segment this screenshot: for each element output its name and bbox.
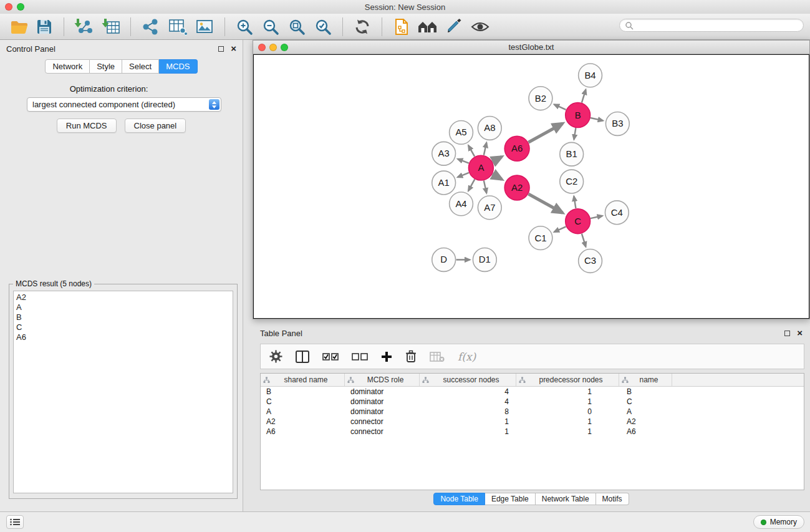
close-window-icon[interactable] <box>5 3 12 11</box>
column-header-shared-name[interactable]: shared name <box>261 374 345 386</box>
graph-node-C[interactable]: C <box>566 209 591 234</box>
tab-motifs[interactable]: Motifs <box>596 493 629 505</box>
import-network-button[interactable] <box>73 16 94 37</box>
open-session-button[interactable] <box>9 16 30 37</box>
mcds-result-item[interactable]: A <box>16 302 233 312</box>
graph-node-A4[interactable]: A4 <box>450 192 473 216</box>
minimize-window-icon[interactable] <box>269 44 277 51</box>
network-table-button[interactable] <box>167 16 188 37</box>
criterion-select[interactable]: largest connected component (directed) <box>27 97 221 112</box>
graph-node-A5[interactable]: A5 <box>450 121 473 145</box>
export-image-button[interactable] <box>195 16 216 37</box>
clipboard-document-button[interactable] <box>391 16 412 37</box>
mcds-result-item[interactable]: A6 <box>16 332 233 342</box>
graph-edge-B-B3[interactable] <box>591 118 603 120</box>
import-table-button[interactable] <box>100 16 122 37</box>
close-window-icon[interactable] <box>258 44 266 51</box>
graph-edge-C-C4[interactable] <box>591 216 602 218</box>
graph-edge-A6-B[interactable] <box>528 123 562 142</box>
graph-node-B3[interactable]: B3 <box>605 112 629 136</box>
graph-node-A6[interactable]: A6 <box>504 136 529 161</box>
graph-node-A2[interactable]: A2 <box>504 175 529 200</box>
graph-node-C4[interactable]: C4 <box>605 201 629 225</box>
close-panel-button[interactable]: Close panel <box>125 118 186 133</box>
graph-node-D1[interactable]: D1 <box>473 248 496 272</box>
graph-edge-A2-C[interactable] <box>528 194 562 213</box>
tab-mcds[interactable]: MCDS <box>159 59 197 74</box>
tab-style[interactable]: Style <box>90 59 122 74</box>
graph-node-B[interactable]: B <box>566 103 591 128</box>
graph-edge-A-A2[interactable] <box>493 174 502 179</box>
panel-selector-button[interactable] <box>6 515 24 529</box>
graph-edge-C-C2[interactable] <box>574 196 576 209</box>
save-session-button[interactable] <box>34 16 55 37</box>
tab-edge-table[interactable]: Edge Table <box>485 493 536 505</box>
zoom-fit-button[interactable] <box>286 16 307 37</box>
table-row[interactable]: Bdominator41B <box>261 387 804 397</box>
tab-node-table[interactable]: Node Table <box>433 493 485 505</box>
network-graph[interactable]: AA1A2A3A4A5A6A7A8BB1B2B3B4CC1C2C3C4DD1 <box>254 55 809 318</box>
tab-network-table[interactable]: Network Table <box>536 493 596 505</box>
tab-network[interactable]: Network <box>45 59 90 74</box>
graph-edge-A-A7[interactable] <box>484 181 486 193</box>
tab-select[interactable]: Select <box>122 59 159 74</box>
graph-node-C3[interactable]: C3 <box>579 249 602 273</box>
graph-node-A[interactable]: A <box>468 155 493 180</box>
zoom-window-icon[interactable] <box>17 3 24 11</box>
delete-table-button[interactable] <box>430 351 445 362</box>
refresh-button[interactable] <box>352 16 373 37</box>
table-row[interactable]: A6connector11A6 <box>261 427 804 437</box>
table-settings-button[interactable] <box>269 350 282 363</box>
column-header-predecessor-nodes[interactable]: predecessor nodes <box>516 374 619 386</box>
zoom-out-button[interactable] <box>260 16 281 37</box>
mcds-result-item[interactable]: B <box>16 312 233 322</box>
mcds-result-list[interactable]: A2ABCA6 <box>13 291 233 493</box>
graph-node-B1[interactable]: B1 <box>560 142 584 166</box>
graph-node-C1[interactable]: C1 <box>529 226 552 250</box>
graph-edge-A-A1[interactable] <box>458 173 469 177</box>
show-hide-button[interactable] <box>470 16 491 37</box>
memory-button[interactable]: Memory <box>753 515 804 529</box>
network-window-titlebar[interactable]: testGlobe.txt <box>253 41 809 54</box>
function-builder-button[interactable]: f(x) <box>458 351 476 363</box>
table-row[interactable]: Adominator80A <box>261 407 804 417</box>
graph-edge-A-A8[interactable] <box>484 143 486 155</box>
close-panel-icon[interactable]: × <box>797 330 803 336</box>
graph-node-D[interactable]: D <box>432 248 456 272</box>
mcds-result-item[interactable]: C <box>16 322 233 332</box>
graph-node-C2[interactable]: C2 <box>560 170 584 193</box>
show-columns-button[interactable] <box>296 351 309 363</box>
graph-edge-A-A4[interactable] <box>468 179 475 191</box>
network-canvas[interactable]: AA1A2A3A4A5A6A7A8BB1B2B3B4CC1C2C3C4DD1 <box>253 54 809 319</box>
graph-edge-B-B4[interactable] <box>582 90 586 103</box>
graph-edge-C-C1[interactable] <box>554 226 566 232</box>
graph-edge-C-C3[interactable] <box>582 234 586 247</box>
close-panel-icon[interactable]: × <box>231 46 236 52</box>
graph-edge-A-A3[interactable] <box>458 159 469 163</box>
float-panel-icon[interactable] <box>784 331 790 336</box>
home-button[interactable] <box>417 16 438 37</box>
graph-node-A8[interactable]: A8 <box>478 117 501 140</box>
zoom-in-button[interactable] <box>234 16 255 37</box>
mcds-result-item[interactable]: A2 <box>16 293 233 302</box>
delete-column-button[interactable] <box>405 350 417 363</box>
graph-node-A1[interactable]: A1 <box>432 171 456 195</box>
column-header-successor-nodes[interactable]: successor nodes <box>420 374 516 386</box>
search-input[interactable] <box>637 21 798 30</box>
column-header-MCDS-role[interactable]: MCDS role <box>345 374 420 386</box>
run-mcds-button[interactable]: Run MCDS <box>57 118 117 133</box>
graph-node-B4[interactable]: B4 <box>579 64 602 87</box>
graph-edge-B-B1[interactable] <box>574 128 576 140</box>
table-row[interactable]: Cdominator41C <box>261 397 804 407</box>
add-column-button[interactable] <box>381 351 392 362</box>
graph-node-A3[interactable]: A3 <box>432 142 456 165</box>
graph-edge-A-A5[interactable] <box>468 145 475 157</box>
graph-edge-A-A6[interactable] <box>493 157 502 162</box>
float-panel-icon[interactable] <box>218 46 224 52</box>
zoom-selected-button[interactable] <box>312 16 334 37</box>
select-all-button[interactable] <box>322 352 339 361</box>
network-tools-button[interactable] <box>140 16 161 37</box>
style-brush-button[interactable] <box>443 16 465 37</box>
deselect-all-button[interactable] <box>352 352 368 361</box>
zoom-window-icon[interactable] <box>281 44 288 51</box>
